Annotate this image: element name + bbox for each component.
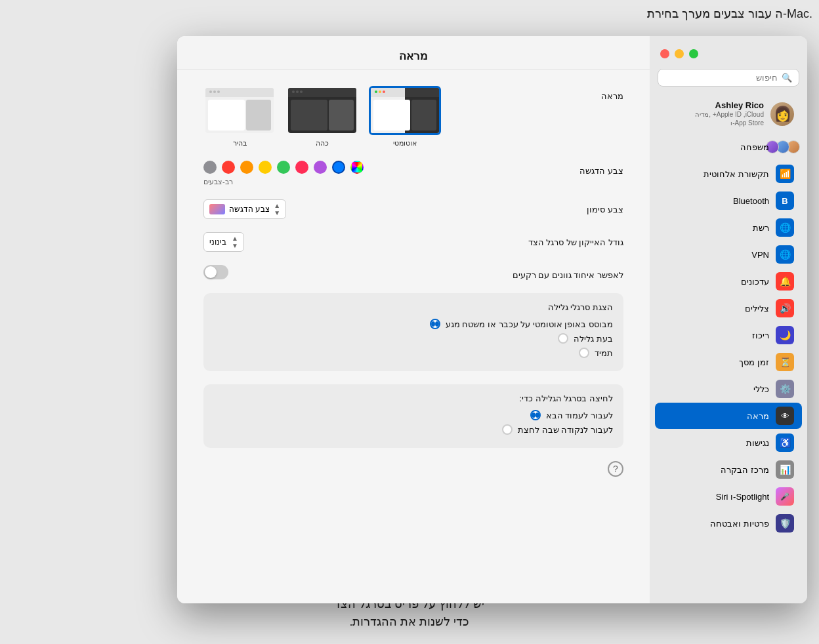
appearance-option-light[interactable]: בהיר — [203, 86, 276, 148]
click-option-here[interactable]: לעבור לנקודה שבה לחצת — [214, 424, 613, 435]
sidebar-item-general[interactable]: ⚙️ כללי — [655, 376, 802, 402]
sidebar-item-siri[interactable]: 🎤 Spotlight-ו Siri — [655, 483, 802, 510]
thumb-light-img — [203, 86, 276, 135]
accent-color-yellow[interactable] — [259, 161, 272, 174]
sidebar-label-family: משפחה — [663, 142, 769, 152]
accent-color-multi[interactable] — [350, 161, 364, 174]
help-button[interactable]: ? — [608, 461, 623, 477]
content-body: מראה — [177, 70, 650, 493]
sidebar-item-vpn[interactable]: 🌐 VPN — [655, 241, 802, 268]
highlight-color-row: צבע סימון ▲▼ צבע הדגשה — [203, 199, 623, 219]
sidebar-label-network: תקשורת אלחוטית — [663, 169, 769, 179]
notifications-icon: 🔔 — [776, 272, 794, 291]
scrollbar-option-night[interactable]: בעת גלילה — [214, 333, 613, 344]
avatar: 👩 — [770, 102, 794, 126]
stepper-arrows: ▲▼ — [274, 202, 280, 216]
accent-color-pink[interactable] — [295, 161, 308, 174]
appearance-option-dark[interactable]: כהה — [286, 86, 358, 148]
search-icon: 🔍 — [782, 73, 792, 83]
sidebar-item-controlcenter[interactable]: 📊 מרכז הבקרה — [655, 456, 802, 483]
icon-size-row: גודל האייקון של סרגל הצד ▲▼ בינוני — [203, 232, 623, 252]
color-bg-label: לאפשר איחוד גוונים עם רקעים — [513, 265, 623, 280]
color-bg-controls — [203, 265, 499, 279]
sidebar-item-screentime[interactable]: ⏳ זמן מסך — [655, 349, 802, 375]
highlight-row: ▲▼ צבע הדגשה — [203, 199, 286, 219]
radio-here[interactable] — [502, 424, 513, 435]
radio-night[interactable] — [558, 333, 568, 344]
sound-icon: 🔊 — [776, 299, 794, 317]
scrollbar-option-always[interactable]: תמיד — [214, 348, 613, 358]
scrollbar-night-label: בעת גלילה — [574, 334, 613, 344]
sidebar-item-privacy[interactable]: 🛡️ פרטיות ואבטחה — [655, 510, 802, 536]
click-option-next[interactable]: לעבור לעמוד הבא — [214, 410, 613, 420]
accent-color-green[interactable] — [277, 161, 290, 174]
sidebar-item-accessibility[interactable]: ♿ נגישות — [655, 430, 802, 456]
accent-color-gray[interactable] — [203, 161, 217, 174]
wifi-icon: 📶 — [776, 165, 794, 183]
vpn-icon: 🌐 — [776, 245, 794, 264]
sidebar-label-sound: צלילים — [663, 304, 769, 313]
appearance-thumbnails: אוטומטי — [203, 86, 441, 148]
thumb-auto-img — [369, 86, 441, 135]
focus-icon: 🌙 — [776, 326, 794, 344]
sidebar-label-internet: רשת — [663, 223, 769, 233]
accessibility-icon: ♿ — [776, 433, 794, 452]
icon-size-dropdown[interactable]: ▲▼ בינוני — [203, 232, 244, 252]
appearance-icon: 👁 — [776, 407, 794, 425]
icon-size-controls: ▲▼ בינוני — [203, 232, 515, 252]
sidebar-label-appearance: מראה — [663, 411, 769, 421]
screentime-icon: ⏳ — [776, 353, 794, 371]
thumb-light-label: בהיר — [233, 139, 247, 148]
sidebar-item-appearance[interactable]: 👁 מראה — [655, 403, 802, 429]
user-info: Ashley Rico Apple ID ,iCloud+ ,מדיה App … — [663, 100, 764, 127]
sidebar-label-screentime: זמן מסך — [663, 357, 769, 367]
sidebar-item-sound[interactable]: 🔊 צלילים — [655, 295, 802, 321]
user-profile[interactable]: 👩 Ashley Rico Apple ID ,iCloud+ ,מדיה Ap… — [655, 95, 802, 132]
accent-color-purple[interactable] — [314, 161, 327, 174]
sidebar-item-internet[interactable]: 🌐 רשת — [655, 214, 802, 241]
accent-color-row: צבע הדגשה רב-צבעים — [203, 161, 623, 186]
highlight-dropdown[interactable]: ▲▼ צבע הדגשה — [203, 199, 286, 219]
thumb-dark-img — [286, 86, 358, 135]
privacy-icon: 🛡️ — [776, 514, 794, 533]
radio-auto[interactable] — [430, 319, 440, 329]
radio-next[interactable] — [530, 410, 541, 420]
traffic-light-green[interactable] — [689, 49, 698, 58]
color-bg-toggle[interactable] — [203, 265, 228, 279]
sidebar-item-family[interactable]: משפחה — [655, 134, 802, 160]
accent-color-blue[interactable] — [332, 161, 345, 174]
highlight-color-label: צבע סימון — [545, 199, 623, 214]
search-box[interactable]: 🔍 — [658, 69, 799, 87]
sidebar-label-notifications: עדכונים — [663, 277, 769, 287]
accent-color-red[interactable] — [222, 161, 235, 174]
accent-color-orange[interactable] — [240, 161, 253, 174]
family-icon — [776, 138, 794, 156]
traffic-light-red[interactable] — [660, 49, 669, 58]
sidebar-item-bluetooth[interactable]: B Bluetooth — [655, 188, 802, 214]
sidebar-label-privacy: פרטיות ואבטחה — [663, 519, 769, 529]
sidebar-label-bluetooth: Bluetooth — [663, 196, 769, 206]
traffic-lights — [650, 44, 807, 69]
sidebar-section: משפחה 📶 תקשורת אלחוטית B Bluetooth 🌐 רשת — [650, 133, 807, 595]
sidebar-item-notifications[interactable]: 🔔 עדכונים — [655, 268, 802, 294]
scrollbar-option-auto[interactable]: מבוסס באופן אוטומטי על עכבר או משטח מגע — [214, 319, 613, 329]
accent-color-label: צבע הדגשה — [545, 161, 623, 176]
sidebar-label-general: כללי — [663, 384, 769, 394]
main-content: מראה מראה — [177, 36, 650, 603]
appearance-option-auto[interactable]: אוטומטי — [369, 86, 441, 148]
user-sub: Apple ID ,iCloud+ ,מדיה App Store-ו — [663, 110, 764, 127]
sidebar-item-network[interactable]: 📶 תקשורת אלחוטית — [655, 161, 802, 187]
sidebar-label-vpn: VPN — [663, 250, 769, 260]
sidebar-label-focus: ריכוז — [663, 331, 769, 340]
search-input[interactable] — [665, 73, 778, 83]
icon-size-value: בינוני — [209, 237, 226, 247]
radio-always[interactable] — [579, 348, 589, 358]
highlight-color-controls: ▲▼ צבע הדגשה — [203, 199, 532, 219]
traffic-light-yellow[interactable] — [675, 49, 684, 58]
sidebar-label-controlcenter: מרכז הבקרה — [663, 465, 769, 475]
accent-colors — [203, 161, 364, 174]
click-scrollbar-title: לחיצה בסרגל הגלילה כדי: — [214, 393, 613, 403]
user-name: Ashley Rico — [663, 100, 764, 110]
siri-icon: 🎤 — [776, 487, 794, 506]
sidebar-item-focus[interactable]: 🌙 ריכוז — [655, 322, 802, 348]
